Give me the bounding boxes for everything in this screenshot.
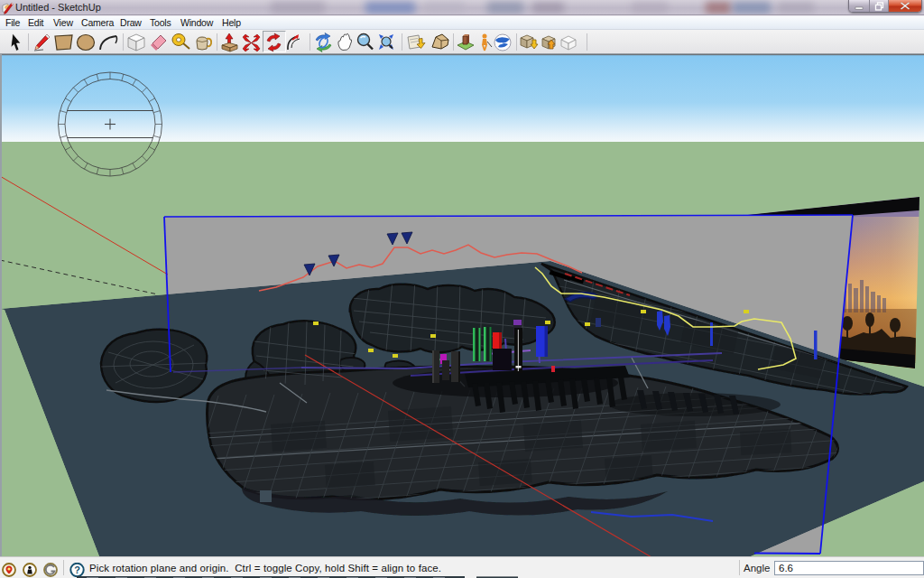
svg-text:?: ? [74,564,80,575]
